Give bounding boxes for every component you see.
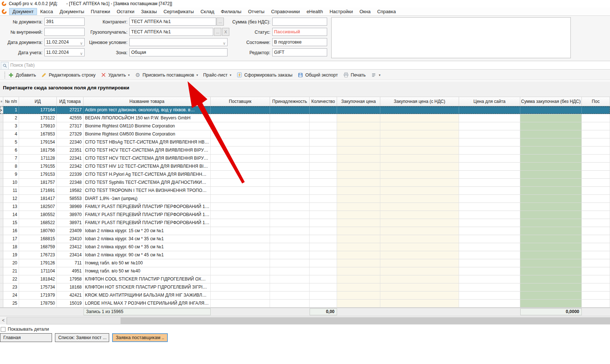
column-header-3[interactable]: ИД товара: [57, 97, 84, 106]
dropdown-caret-icon[interactable]: ▾: [128, 73, 130, 77]
layout-button[interactable]: ▾: [371, 72, 381, 78]
dropdown-caret-icon[interactable]: ▾: [379, 73, 381, 77]
присвоить-поставщиков-button[interactable]: ⚙Присвоить поставщиков▾: [135, 72, 198, 78]
cell: [520, 291, 582, 300]
table-row[interactable]: 1418055238970FAMILY PLAST ПЕРЦЕВИЙ ПЛАСТ…: [0, 211, 610, 219]
table-row[interactable]: 1117169119582CITO TEST TROPONIN I ТЕСТ Н…: [0, 187, 610, 195]
menu-item-сертификаты[interactable]: Сертификаты: [160, 8, 197, 15]
table-row[interactable]: 317981027317Bionime Rightest GM110 Bioni…: [0, 122, 610, 130]
notes-box[interactable]: [331, 17, 571, 58]
column-header-12[interactable]: Пос: [582, 97, 610, 106]
contragent-field[interactable]: ТЕСТ АПТЕКА №1: [129, 18, 216, 26]
internal-number-field[interactable]: [44, 28, 85, 36]
menu-item-остатки[interactable]: Остатки: [113, 8, 137, 15]
doc-number-field[interactable]: 391: [44, 18, 85, 26]
cell: Bionime Rightest GM110 Bionime Corporati…: [84, 122, 211, 130]
doc-date-field[interactable]: 11.02.2024∨: [44, 38, 85, 46]
menu-item-настройки[interactable]: Настройки: [326, 8, 356, 15]
menu-item-касса[interactable]: Касса: [37, 8, 56, 15]
table-row[interactable]: 618175622351CITO TEST HCV ТЕСТ-СИСТЕМА Д…: [0, 146, 610, 155]
table-row[interactable]: ▸117716427217Actim prom тест д/визнач. о…: [0, 106, 610, 114]
column-header-11[interactable]: Сумма закупочная (без НДС): [520, 97, 582, 106]
column-header-1[interactable]: № п/п: [3, 97, 19, 106]
menu-item-справочники[interactable]: Справочники: [268, 8, 303, 15]
menu-item-филиалы[interactable]: Филиалы: [218, 8, 245, 15]
scrollbar-thumb[interactable]: [7, 317, 121, 324]
table-row[interactable]: 416785327329Bionime Rightest GM500 Bioni…: [0, 130, 610, 138]
table-row[interactable]: 1716881523410Ioban 2 плівка хірург. 34 с…: [0, 235, 610, 243]
cell: 3: [3, 122, 19, 130]
cell: [520, 283, 582, 291]
menu-item-заказы[interactable]: Заказы: [138, 8, 160, 15]
search-bar[interactable]: Поиск (Tab): [0, 61, 610, 70]
table-row[interactable]: 1618076023409Ioban 2 плівка хірург. 15 с…: [0, 227, 610, 235]
group-by-panel[interactable]: Перетащите сюда заголовок поля для групп…: [0, 81, 610, 97]
search-input[interactable]: Поиск (Tab): [10, 63, 35, 68]
menu-item-платежи[interactable]: Платежи: [88, 8, 114, 15]
cell: [310, 300, 337, 308]
menu-item-окна[interactable]: Окна: [356, 8, 374, 15]
zone-field[interactable]: Общая: [129, 48, 228, 56]
общий-экспорт-button[interactable]: Общий экспорт: [297, 72, 338, 78]
cell: 2: [3, 114, 19, 122]
сформировать-заказы-button[interactable]: Сформировать заказы: [237, 72, 293, 78]
menu-item-ehealth[interactable]: eHealth: [303, 8, 326, 15]
column-header-5[interactable]: Поставщик: [211, 97, 270, 106]
table-row[interactable]: 20179126711Ітомед табл. в/о 50 мг №100: [0, 259, 610, 267]
table-row[interactable]: 2517875015019LORDE HYAL MAX 7 РОЗЧИН СТЕ…: [0, 300, 610, 308]
dropdown-caret-icon[interactable]: ▾: [196, 73, 198, 77]
column-header-8[interactable]: Закупочная цена: [337, 97, 380, 106]
column-header-2[interactable]: ИД: [19, 97, 57, 106]
price-condition-select[interactable]: ∨: [129, 38, 228, 46]
table-row[interactable]: 1917672323414Ioban 2 плівка хірург. 90 с…: [0, 251, 610, 259]
account-date-field[interactable]: 11.02.2024∨: [44, 48, 85, 56]
menu-item-отчеты[interactable]: Отчеты: [245, 8, 268, 15]
bottom-tab-2[interactable]: Список: Заявки пост ...: [55, 333, 109, 342]
печать-button[interactable]: Печать: [343, 72, 366, 78]
table-row[interactable]: 917915322339CITO TEST H.Pylori Ag ТЕСТ-С…: [0, 171, 610, 179]
row-indicator: [0, 227, 3, 235]
удалить-button[interactable]: Удалить▾: [101, 72, 130, 78]
menu-item-документ[interactable]: Документ: [9, 8, 37, 15]
cell: [310, 275, 337, 283]
table-row[interactable]: 1218141758553DIART 1,8% -1мл (шприц): [0, 195, 610, 203]
consignee-field[interactable]: ТЕСТ АПТЕКА №1: [129, 28, 213, 36]
column-header-4[interactable]: Название товара: [84, 97, 211, 106]
редактировать-строку-button[interactable]: Редактировать строку: [41, 72, 96, 78]
table-row[interactable]: 717112822341CITO TEST HCV ТЕСТ-СИСТЕМА Д…: [0, 155, 610, 163]
column-header-7[interactable]: Количество: [310, 97, 337, 106]
table-row[interactable]: 211711044951Ітомед табл. в/о 50 мг №40: [0, 267, 610, 275]
sum-no-vat-field[interactable]: [272, 18, 327, 26]
menu-item-справка[interactable]: Справка: [374, 8, 399, 15]
column-header-6[interactable]: Принадлежность: [270, 97, 310, 106]
table-row[interactable]: 1318250738969FAMILY PLAST ПЕРЦЕВИЙ ПЛАСТ…: [0, 203, 610, 211]
cell: [459, 163, 520, 171]
scroll-left-button[interactable]: <: [0, 317, 7, 324]
table-row[interactable]: 517915422340CITO TEST HBsAg ТЕСТ-СИСТЕМА…: [0, 138, 610, 146]
table-row[interactable]: 1516852238971FAMILY PLAST ПЕРЦЕВИЙ ПЛАСТ…: [0, 219, 610, 227]
table-row[interactable]: 817915522342CITO TEST HIV 1/2 ТЕСТ-СИСТЕ…: [0, 163, 610, 171]
table-row[interactable]: 2218184217958КЛІФТОН COOL STICKER ПЛАСТИ…: [0, 275, 610, 283]
contragent-browse-button[interactable]: ...: [217, 18, 224, 26]
column-header-9[interactable]: Закупочная цена (с НДС): [380, 97, 459, 106]
menu-item-документы[interactable]: Документы: [56, 8, 88, 15]
cell: [270, 251, 310, 259]
bottom-tab-1[interactable]: Главная: [0, 333, 52, 342]
table-row[interactable]: 2417197942421KROK MED АНТИТРІЩИНИ БАЛЬЗА…: [0, 291, 610, 300]
cell: [459, 138, 520, 146]
bottom-tabs: ГлавнаяСписок: Заявки пост ...Заявка пос…: [0, 333, 610, 343]
column-chooser-icon[interactable]: ≡: [0, 97, 3, 106]
прайс-лист-button[interactable]: Прайс-лист▾: [203, 73, 232, 78]
show-details-checkbox[interactable]: [1, 327, 5, 332]
table-row[interactable]: 217312242555BEDAN ЛІПОЛОСЬЙОН 150 мл P.W…: [0, 114, 610, 122]
table-row[interactable]: 1816875923412Ioban 2 плівка хірург. 60 с…: [0, 243, 610, 251]
column-header-10[interactable]: Цена для сайта: [459, 97, 520, 106]
horizontal-scrollbar[interactable]: <: [0, 317, 610, 324]
consignee-browse-button[interactable]: ...: [214, 28, 221, 36]
table-row[interactable]: 1018175722348CITO TEST Syphilis ТЕСТ-СИС…: [0, 179, 610, 187]
menu-item-склад[interactable]: Склад: [197, 8, 218, 15]
добавить-button[interactable]: Добавить: [8, 72, 36, 78]
dropdown-caret-icon[interactable]: ▾: [230, 73, 232, 77]
bottom-tab-3[interactable]: Заявка поставщикам ..: [112, 333, 168, 342]
table-row[interactable]: 2317573418168КЛІФТОН HOT STICKER ПЛАСТИР…: [0, 283, 610, 291]
